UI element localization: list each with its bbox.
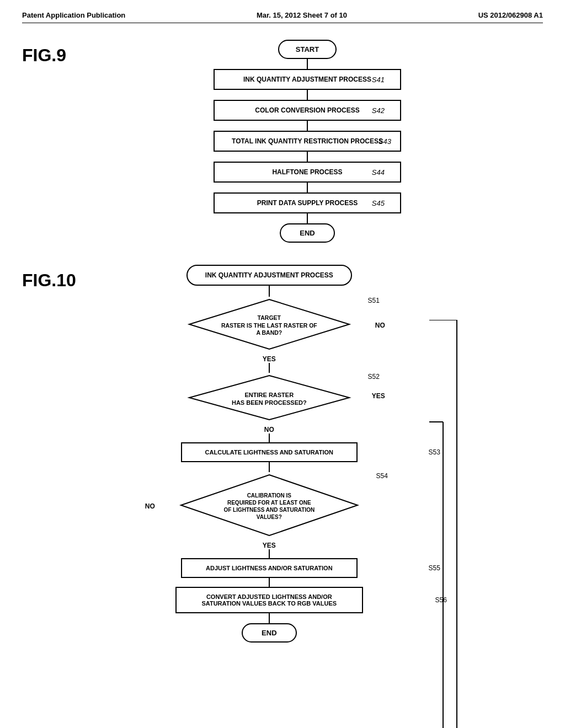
s53-row: CALCULATE LIGHTNESS AND SATURATION S53 xyxy=(76,442,462,462)
s52-block: ENTIRE RASTERHAS BEEN PROCESSED? S52 YES… xyxy=(76,373,462,433)
fig9-start-oval: START xyxy=(278,40,337,59)
fig10-c6 xyxy=(269,578,270,587)
s53-badge: S53 xyxy=(428,448,440,456)
s45-row: PRINT DATA SUPPLY PROCESS S45 xyxy=(214,192,401,213)
fig9-label-col: FIG.9 xyxy=(22,40,72,66)
s52-badge: S52 xyxy=(367,373,379,381)
s44-badge: S44 xyxy=(372,168,385,176)
s54-diamond-wrap: CALIBRATION ISREQUIRED FOR AT LEAST ONEO… xyxy=(178,472,360,540)
header-center: Mar. 15, 2012 Sheet 7 of 10 xyxy=(257,11,347,19)
s54-block: CALIBRATION ISREQUIRED FOR AT LEAST ONEO… xyxy=(76,472,462,549)
fig10-flowchart-wrapper: INK QUANTITY ADJUSTMENT PROCESS TARGETRA… xyxy=(76,265,462,643)
s52-no-path: NO xyxy=(264,425,274,433)
s42-row: COLOR CONVERSION PROCESS S42 xyxy=(214,100,401,121)
fig10-c1 xyxy=(269,286,270,297)
connector-4 xyxy=(307,152,308,162)
fig9-flowchart: START INK QUANTITY ADJUSTMENT PROCESS S4… xyxy=(72,40,543,243)
connector-6 xyxy=(307,213,308,223)
connector-1 xyxy=(307,59,308,69)
s54-yes-path: YES xyxy=(263,540,276,549)
s56-rect: CONVERT ADJUSTED LIGHTNESS AND/ORSATURAT… xyxy=(175,587,363,613)
s45-badge: S45 xyxy=(372,199,385,207)
fig10-c4 xyxy=(269,462,270,472)
s55-rect: ADJUST LIGHTNESS AND/OR SATURATION xyxy=(181,558,358,578)
s54-text: CALIBRATION ISREQUIRED FOR AT LEAST ONEO… xyxy=(209,492,330,521)
header-left: Patent Application Publication xyxy=(22,11,125,19)
s52-no-label: NO xyxy=(264,426,274,433)
s43-row: TOTAL INK QUANTITY RESTRICTION PROCESS S… xyxy=(214,131,401,152)
s56-row: CONVERT ADJUSTED LIGHTNESS AND/ORSATURAT… xyxy=(76,587,462,613)
s41-row: INK QUANTITY ADJUSTMENT PROCESS S41 xyxy=(214,69,401,90)
s53-rect: CALCULATE LIGHTNESS AND SATURATION xyxy=(181,442,358,462)
page-header: Patent Application Publication Mar. 15, … xyxy=(22,11,543,23)
s52-diamond-wrap: ENTIRE RASTERHAS BEEN PROCESSED? S52 YES xyxy=(186,373,352,425)
s52-text: ENTIRE RASTERHAS BEEN PROCESSED? xyxy=(217,391,322,407)
s43-rect: TOTAL INK QUANTITY RESTRICTION PROCESS xyxy=(214,131,401,152)
fig10-c5 xyxy=(269,549,270,558)
fig10-c2 xyxy=(269,363,270,373)
s52-yes-label: YES xyxy=(372,392,385,400)
fig9-center-col: START INK QUANTITY ADJUSTMENT PROCESS S4… xyxy=(214,40,401,243)
s54-yes-label: YES xyxy=(263,542,276,549)
s56-badge: S56 xyxy=(435,596,446,604)
fig10-end-oval: END xyxy=(242,623,297,643)
fig10-c7 xyxy=(269,613,270,623)
s44-row: HALFTONE PROCESS S44 xyxy=(214,162,401,183)
connector-5 xyxy=(307,183,308,192)
header-right: US 2012/062908 A1 xyxy=(478,11,543,19)
s51-diamond-wrap: TARGETRASTER IS THE LAST RASTER OFA BAND… xyxy=(186,297,352,354)
fig10-label: FIG.10 xyxy=(22,270,76,290)
s54-no-label: NO xyxy=(145,502,155,510)
s51-badge: S51 xyxy=(367,297,379,304)
fig9-end-oval: END xyxy=(280,223,335,243)
s55-badge: S55 xyxy=(428,564,440,572)
s51-yes-label: YES xyxy=(263,355,276,363)
fig10-c3 xyxy=(269,433,270,442)
s51-block: TARGETRASTER IS THE LAST RASTER OFA BAND… xyxy=(76,297,462,363)
s51-text: TARGETRASTER IS THE LAST RASTER OFA BAND… xyxy=(214,314,324,337)
s43-badge: S43 xyxy=(379,137,391,146)
s55-row: ADJUST LIGHTNESS AND/OR SATURATION S55 xyxy=(76,558,462,578)
s41-badge: S41 xyxy=(372,76,385,84)
fig10-label-col: FIG.10 xyxy=(22,265,76,291)
s51-no-label: NO xyxy=(375,322,385,329)
s51-yes-path: YES xyxy=(263,354,276,363)
fig9-label: FIG.9 xyxy=(22,45,66,65)
connector-2 xyxy=(307,90,308,100)
fig10-title-oval: INK QUANTITY ADJUSTMENT PROCESS xyxy=(186,265,352,286)
s54-badge: S54 xyxy=(376,472,387,480)
connector-3 xyxy=(307,121,308,131)
fig9-section: FIG.9 START INK QUANTITY ADJUSTMENT PROC… xyxy=(22,40,543,243)
fig10-section: FIG.10 INK QUANTITY ADJUSTMENT PROCESS xyxy=(22,265,543,643)
page: Patent Application Publication Mar. 15, … xyxy=(0,0,565,728)
s42-badge: S42 xyxy=(372,106,385,115)
fig10-center-col: INK QUANTITY ADJUSTMENT PROCESS TARGETRA… xyxy=(76,265,462,643)
